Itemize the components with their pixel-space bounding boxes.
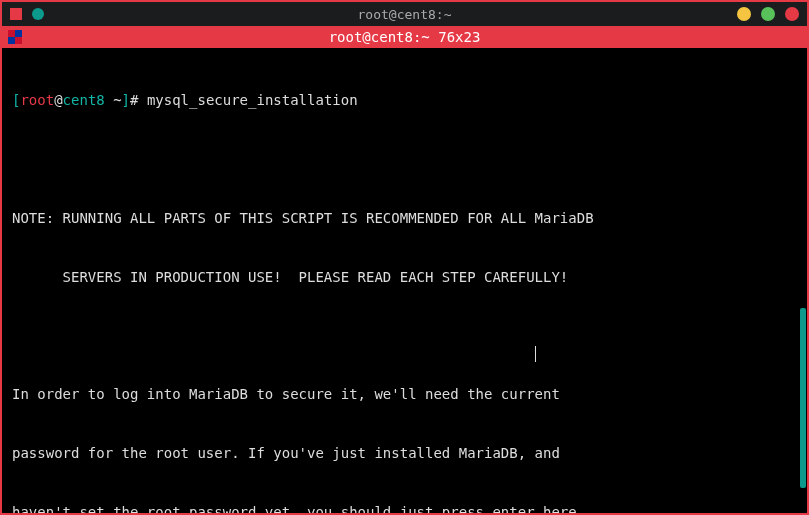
output-line: haven't set the root password yet, you s… (12, 503, 799, 513)
prompt-line: [root@cent8 ~]# mysql_secure_installatio… (12, 91, 799, 111)
blank-line (12, 326, 799, 346)
output-line: In order to log into MariaDB to secure i… (12, 385, 799, 405)
prompt-user: root (20, 92, 54, 108)
prompt-host: cent8 (63, 92, 105, 108)
output-line: SERVERS IN PRODUCTION USE! PLEASE READ E… (12, 268, 799, 288)
inner-window-title: root@cent8:~ 76x23 (329, 29, 481, 45)
prompt-at: @ (54, 92, 62, 108)
blank-line (12, 150, 799, 170)
outer-titlebar-left (10, 8, 44, 20)
tab-app-icon (8, 30, 22, 44)
mouse-ibeam-cursor-icon (535, 346, 536, 362)
prompt-close-bracket: ] (122, 92, 130, 108)
inner-titlebar[interactable]: root@cent8:~ 76x23 (2, 26, 807, 48)
outer-titlebar[interactable]: root@cent8:~ (2, 2, 807, 26)
output-line: password for the root user. If you've ju… (12, 444, 799, 464)
outer-window-title: root@cent8:~ (358, 7, 452, 22)
terminal-window: root@cent8:~ root@cent8:~ 76x23 [root@ce… (0, 0, 809, 515)
scrollbar-thumb[interactable] (800, 308, 806, 488)
prompt-symbol: # (130, 92, 147, 108)
output-line: NOTE: RUNNING ALL PARTS OF THIS SCRIPT I… (12, 209, 799, 229)
prompt-path: ~ (105, 92, 122, 108)
window-controls (737, 7, 799, 21)
close-button[interactable] (785, 7, 799, 21)
maximize-button[interactable] (761, 7, 775, 21)
terminal-viewport[interactable]: [root@cent8 ~]# mysql_secure_installatio… (2, 48, 807, 513)
app-indicator-icon (10, 8, 22, 20)
command-text: mysql_secure_installation (147, 92, 358, 108)
session-indicator-icon (32, 8, 44, 20)
minimize-button[interactable] (737, 7, 751, 21)
